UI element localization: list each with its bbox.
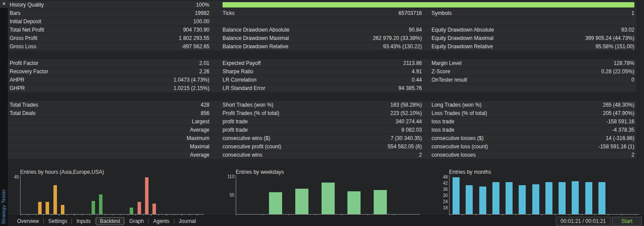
stat-value: Average [190,127,209,133]
stat-label: Balance Drawdown Maximal [223,35,289,41]
stats-cell: Balance Drawdown Relative93.43% (130.22) [223,43,422,50]
stat-value: 2 [631,152,634,158]
stat-value: 94 385.76 [399,85,422,91]
y-axis-tick: 110 [227,175,234,179]
stats-cell: Symbols1 [432,9,634,17]
bar-slot [67,175,74,214]
stats-cell: Average [10,126,209,134]
chart-title: Entries by months [449,169,491,175]
bar-slot [97,175,105,214]
stats-cell: consecutive losses2 [432,151,634,159]
stats-row: Gross Profit1 802 293.55Balance Drawdown… [8,34,636,42]
backtest-report: History Quality100%Bars19982Ticks6570371… [8,0,644,226]
stat-value: 1.0473 (4.73%) [173,77,209,83]
stat-label: OnTester result [432,77,467,83]
tab-graph[interactable]: Graph [125,217,148,225]
tab-journal[interactable]: Journal [175,217,200,225]
stat-label: Total Deals [10,110,35,116]
stat-value: -897 562.65 [181,43,209,50]
bar [479,187,486,214]
stat-label: consecutive wins ($) [223,135,270,141]
stat-value: 265 (48.30%) [603,102,634,108]
bar-slot [82,175,89,214]
bar-slot [516,175,529,214]
stat-value: 65703716 [399,10,422,16]
stats-row: AHPR1.0473 (4.73%)LR Correlation0.44OnTe… [8,76,636,84]
stats-row: Total Trades428Short Trades (won %)163 (… [8,101,636,109]
tab-backtest[interactable]: Backtest [96,217,124,225]
stat-value: 90.84 [409,27,422,33]
y-axis-tick: 45 [14,175,19,179]
stats-row: GHPR1.0215 (2.15%)LR Standard Error94 38… [8,84,636,92]
stat-label: Z-Score [432,68,450,75]
bar [532,184,539,214]
entries-by-weekdays-chart: Entries by weekdays 11055 [226,168,421,215]
stat-label: consecutive losses ($) [432,135,484,141]
bar-slot [289,175,315,214]
tab-settings[interactable]: Settings [44,217,71,225]
bar [466,185,473,214]
stats-row: Maximalconsecutive profit (count)554 582… [8,143,636,151]
stat-value: 93.43% (130.22) [383,43,422,50]
bar-slot [158,175,166,214]
bar [38,202,42,214]
stats-cell: consecutive loss (count)-158 591.16 (1) [432,143,634,151]
stat-value: Largest [192,118,209,125]
bar [46,202,49,214]
bar-slot [166,175,173,214]
bar-slot [236,175,262,214]
stats-cell: loss trade-158 591.16 [432,118,634,126]
close-icon[interactable]: ✕ [0,0,8,8]
stat-label: Equity Drawdown Absolute [432,27,494,33]
bar-slot [476,175,489,214]
stat-label: Expected Payoff [223,60,261,66]
tab-overview[interactable]: Overview [13,217,43,225]
bar-slot [542,175,556,214]
stats-cell: Equity Drawdown Relative95.58% (151.00) [432,43,634,50]
stat-label: Initial Deposit [10,18,41,25]
bar-slot [262,175,289,214]
y-axis-tick: 42 [443,181,448,186]
stat-label: Bars [10,10,21,16]
tab-separator [43,219,44,224]
y-axis-tick: 24 [443,200,448,204]
stat-label: Total Net Profit [10,27,44,33]
stats-cell: Total Net Profit904 730.90 [10,26,209,34]
bar-slot [569,175,582,214]
stat-label: Gross Loss [10,43,36,50]
bar [519,185,526,214]
stats-cell [223,18,422,25]
stat-value: 1 802 293.55 [179,35,209,41]
stats-cell: Total Deals856 [10,109,209,117]
bar [269,192,282,214]
stat-label: Margin Level [432,60,462,66]
stat-value: 399 905.24 (44.73%) [585,35,634,41]
y-axis-tick: 36 [443,187,448,192]
stat-value: Average [190,152,209,158]
stat-value: 93.02 [621,27,634,33]
stats-row: Bars19982Ticks65703716Symbols1 [8,9,636,17]
stats-row: Total Net Profit904 730.90Balance Drawdo… [8,26,636,34]
start-button[interactable]: Start [612,217,642,226]
spacer-row [8,51,636,59]
bar-slot [151,175,158,214]
stat-value: 2113.86 [403,60,422,66]
bar-slot [189,175,196,214]
stats-row: Initial Deposit100.00 [8,18,636,25]
tab-agents[interactable]: Agents [149,217,173,225]
panel-side-strip: ✕ Strategy Tester [0,0,8,226]
stat-value: 7 (30 340.35) [391,135,422,141]
tab-inputs[interactable]: Inputs [72,217,95,225]
stat-label: Loss Trades (% of total) [432,110,487,116]
entries-by-hours-chart: Entries by hours (Asia,Europe,USA) 45 [11,168,206,215]
stats-cell: LR Correlation0.44 [223,76,422,84]
bar-slot [463,175,476,214]
stat-value: 100% [196,2,209,8]
stats-cell: Ticks65703716 [223,9,422,17]
y-axis-tick: 48 [443,175,448,179]
stat-label: LR Correlation [223,77,256,83]
stat-label: Profit Trades (% of total) [223,110,279,116]
bar-slot [449,175,463,214]
bar [53,185,57,214]
stat-value: 223 (52.10%) [390,110,422,116]
